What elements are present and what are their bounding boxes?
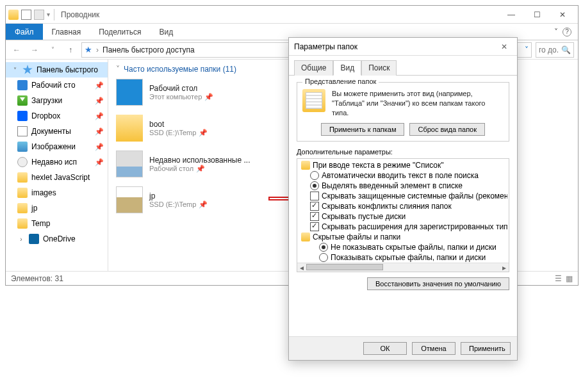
- file-name: Недавно использованные ...: [149, 156, 250, 165]
- nav-recent-icon[interactable]: ˅: [45, 43, 60, 57]
- status-text: Элементов: 31: [11, 274, 63, 283]
- pin-icon: 📌: [95, 81, 104, 90]
- window-title: Проводник: [61, 10, 99, 19]
- breadcrumb[interactable]: Панель быстрого доступа: [103, 45, 195, 54]
- adv-item[interactable]: Не показывать скрытые файлы, папки и дис…: [299, 242, 507, 252]
- folder-options-dialog: Параметры папок ✕ ОбщиеВидПоиск Представ…: [288, 37, 518, 361]
- scroll-right-icon[interactable]: ▸: [500, 263, 509, 272]
- titlebar: ▾ Проводник ― ☐ ✕: [6, 6, 578, 24]
- radio-icon[interactable]: [319, 243, 328, 252]
- nav-up-icon[interactable]: ↑: [63, 43, 78, 57]
- maximize-button[interactable]: ☐: [524, 7, 550, 22]
- dialog-tab-Вид[interactable]: Вид: [333, 60, 361, 76]
- apply-to-folders-button[interactable]: Применить к папкам: [321, 123, 405, 136]
- advanced-settings-tree[interactable]: При вводе текста в режиме "Список"Автома…: [297, 158, 509, 272]
- sidebar-item-документы[interactable]: Документы📌: [6, 124, 108, 139]
- reset-folders-button[interactable]: Сброс вида папок: [409, 123, 485, 136]
- sidebar-item-изображени[interactable]: Изображени📌: [6, 139, 108, 154]
- down-icon: [17, 95, 28, 106]
- ribbon-tab-home[interactable]: Главная: [43, 24, 90, 40]
- check-icon[interactable]: [310, 202, 319, 211]
- onedrive-icon: [29, 234, 39, 244]
- sidebar-item-images[interactable]: images: [6, 185, 108, 200]
- folder-icon: [301, 161, 310, 170]
- pin-icon: 📌: [199, 129, 208, 136]
- pin-icon: 📌: [95, 158, 104, 167]
- adv-item[interactable]: Выделять введенный элемент в списке: [299, 181, 507, 191]
- nav-forward-icon[interactable]: →: [28, 43, 42, 57]
- adv-item-label: Скрывать пустые диски: [322, 212, 406, 221]
- adv-item[interactable]: Автоматически вводить текст в поле поиск…: [299, 170, 507, 181]
- adv-item[interactable]: Скрывать конфликты слияния папок: [299, 201, 507, 211]
- ribbon-file-tab[interactable]: Файл: [6, 24, 43, 40]
- content-group-label: Часто используемые папки (11): [124, 65, 236, 74]
- qat-properties-icon[interactable]: [21, 10, 31, 20]
- apply-button[interactable]: Применить: [461, 342, 511, 355]
- sidebar-item-jp[interactable]: jp: [6, 200, 108, 216]
- adv-item[interactable]: Показывать скрытые файлы, папки и диски: [299, 252, 507, 263]
- search-icon[interactable]: 🔍: [561, 45, 571, 54]
- restore-defaults-button[interactable]: Восстановить значения по умолчанию: [367, 277, 509, 290]
- file-path: SSD (E:)\Temp📌: [149, 200, 208, 209]
- file-path: Рабочий стол📌: [149, 165, 250, 173]
- adv-item[interactable]: Скрывать пустые диски: [299, 211, 507, 222]
- qat-dropdown-icon[interactable]: ▾: [47, 11, 50, 18]
- scroll-left-icon[interactable]: ◂: [297, 263, 306, 272]
- cancel-button[interactable]: Отмена: [412, 342, 456, 355]
- desktop-icon: [17, 80, 28, 90]
- sidebar-item-dropbox[interactable]: Dropbox📌: [6, 108, 108, 124]
- check-icon[interactable]: [310, 212, 319, 221]
- addr-dropdown-icon[interactable]: ˅: [525, 45, 529, 54]
- sidebar-item-рабочий-сто[interactable]: Рабочий сто📌: [6, 78, 108, 93]
- close-button[interactable]: ✕: [550, 7, 575, 22]
- sidebar-item-temp[interactable]: Temp: [6, 216, 108, 231]
- ribbon-tab-view[interactable]: Вид: [150, 24, 182, 40]
- folder-icon: [17, 188, 28, 198]
- sidebar-item-label: Недавно исп: [31, 158, 77, 167]
- sidebar-item-label: Dropbox: [31, 111, 60, 120]
- scroll-thumb[interactable]: [306, 264, 383, 270]
- dialog-tab-Поиск[interactable]: Поиск: [361, 60, 397, 76]
- sidebar-item-label: Документы: [31, 127, 71, 136]
- view-details-icon[interactable]: ☰: [555, 274, 562, 283]
- pin-icon: 📌: [95, 112, 104, 120]
- sidebar-item-label: OneDrive: [43, 234, 76, 243]
- dialog-close-button[interactable]: ✕: [497, 42, 512, 51]
- sidebar-item-hexlet-javascript[interactable]: hexlet JavaScript: [6, 170, 108, 185]
- quickaccess-star-icon: ★: [85, 45, 92, 54]
- sidebar-item-загрузки[interactable]: Загрузки📌: [6, 93, 108, 108]
- sidebar-item-панель-быстрого[interactable]: ˅Панель быстрого: [6, 62, 108, 78]
- qat-new-folder-icon[interactable]: [34, 10, 44, 20]
- adv-item[interactable]: Скрывать защищенные системные файлы (рек…: [299, 191, 507, 201]
- dialog-titlebar: Параметры папок ✕: [289, 38, 517, 56]
- adv-item[interactable]: Скрывать расширения для зарегистрированн…: [299, 222, 507, 232]
- nav-back-icon[interactable]: ←: [10, 43, 24, 57]
- file-thumb-icon: [116, 115, 143, 142]
- expand-icon[interactable]: ˅: [11, 67, 19, 74]
- dialog-title: Параметры папок: [294, 42, 357, 51]
- ok-button[interactable]: ОК: [363, 342, 407, 355]
- pin-icon: 📌: [95, 143, 104, 151]
- dialog-tab-Общие[interactable]: Общие: [294, 60, 333, 76]
- radio-icon[interactable]: [319, 253, 328, 262]
- search-box[interactable]: 🔍: [536, 42, 574, 58]
- sidebar-item-onedrive[interactable]: ›OneDrive: [6, 231, 108, 247]
- horiz-scrollbar[interactable]: ◂ ▸: [297, 263, 509, 272]
- sidebar-item-недавно-исп[interactable]: Недавно исп📌: [6, 154, 108, 170]
- radio-icon[interactable]: [310, 171, 319, 180]
- chevron-down-icon[interactable]: ˅: [116, 65, 120, 74]
- check-icon[interactable]: [310, 222, 319, 231]
- search-input[interactable]: [539, 45, 558, 54]
- check-icon[interactable]: [310, 192, 319, 200]
- ribbon-expand-icon[interactable]: ˅ ?: [548, 24, 578, 40]
- chevron-right-icon[interactable]: ›: [96, 45, 99, 54]
- view-icons-icon[interactable]: ▦: [566, 274, 573, 283]
- radio-icon[interactable]: [310, 181, 319, 190]
- minimize-button[interactable]: ―: [498, 7, 524, 22]
- docs-icon: [17, 126, 28, 136]
- expand-icon[interactable]: ›: [17, 236, 25, 243]
- folder-icon: [17, 218, 28, 229]
- star-icon: [22, 65, 33, 75]
- sidebar: ˅Панель быстрогоРабочий сто📌Загрузки📌Dro…: [6, 60, 108, 271]
- ribbon-tab-share[interactable]: Поделиться: [90, 24, 150, 40]
